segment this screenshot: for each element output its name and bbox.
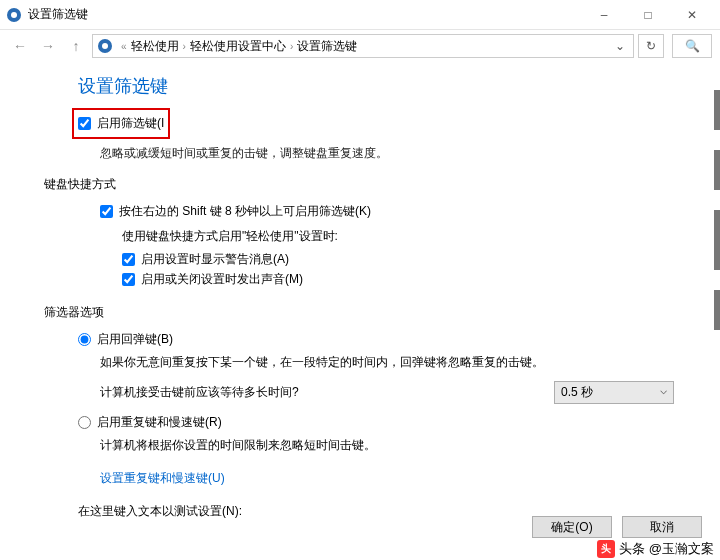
close-button[interactable]: ✕ (670, 1, 714, 29)
slow-keys-settings-link[interactable]: 设置重复键和慢速键(U) (100, 470, 225, 487)
chevron-icon: › (183, 41, 186, 52)
svg-point-3 (102, 43, 108, 49)
cancel-button[interactable]: 取消 (622, 516, 702, 538)
breadcrumb[interactable]: « 轻松使用 › 轻松使用设置中心 › 设置筛选键 ⌄ (92, 34, 634, 58)
forward-icon[interactable]: → (36, 34, 60, 58)
enable-desc: 忽略或减缓短时间或重复的击键，调整键盘重复速度。 (100, 145, 694, 162)
nav-row: ← → ↑ « 轻松使用 › 轻松使用设置中心 › 设置筛选键 ⌄ ↻ 🔍 (0, 30, 720, 62)
maximize-button[interactable]: □ (626, 1, 670, 29)
search-button[interactable]: 🔍 (672, 34, 712, 58)
options-section-title: 筛选器选项 (44, 304, 694, 321)
content-area: 设置筛选键 启用筛选键(I 忽略或减缓短时间或重复的击键，调整键盘重复速度。 键… (0, 62, 720, 520)
when-using-label: 使用键盘快捷方式启用"轻松使用"设置时: (122, 228, 694, 245)
play-sound-checkbox[interactable] (122, 273, 135, 286)
shortcut-section-title: 键盘快捷方式 (44, 176, 694, 193)
up-icon[interactable]: ↑ (64, 34, 88, 58)
slow-keys-desc: 计算机将根据你设置的时间限制来忽略短时间击键。 (100, 437, 694, 454)
window-title: 设置筛选键 (28, 6, 582, 23)
watermark-logo-icon: 头 (597, 540, 615, 558)
wait-time-label: 计算机接受击键前应该等待多长时间? (100, 384, 299, 401)
wait-time-select[interactable]: 0.5 秒 (554, 381, 674, 404)
dropdown-icon[interactable]: ⌄ (611, 39, 629, 53)
slow-keys-label: 启用重复键和慢速键(R) (97, 414, 222, 431)
wait-time-row: 计算机接受击键前应该等待多长时间? 0.5 秒 (100, 381, 694, 404)
side-fragments (714, 90, 720, 450)
app-icon (6, 7, 22, 23)
play-sound-label: 启用或关闭设置时发出声音(M) (141, 271, 303, 288)
show-warning-checkbox[interactable] (122, 253, 135, 266)
enable-filterkeys-checkbox[interactable] (78, 117, 91, 130)
hold-shift-checkbox[interactable] (100, 205, 113, 218)
minimize-button[interactable]: – (582, 1, 626, 29)
button-bar: 确定(O) 取消 (532, 516, 702, 538)
chevron-icon: « (121, 41, 127, 52)
hold-shift-label: 按住右边的 Shift 键 8 秒钟以上可启用筛选键(K) (119, 203, 371, 220)
watermark-author: @玉瀚文案 (649, 540, 714, 558)
bounce-keys-label: 启用回弹键(B) (97, 331, 173, 348)
watermark: 头 头条 @玉瀚文案 (597, 540, 714, 558)
crumb-2[interactable]: 轻松使用设置中心 (190, 38, 286, 55)
crumb-1[interactable]: 轻松使用 (131, 38, 179, 55)
watermark-prefix: 头条 (619, 540, 645, 558)
window-buttons: – □ ✕ (582, 1, 714, 29)
enable-filterkeys-label: 启用筛选键(I (97, 115, 164, 132)
highlight-box: 启用筛选键(I (72, 108, 170, 139)
bounce-keys-desc: 如果你无意间重复按下某一个键，在一段特定的时间内，回弹键将忽略重复的击键。 (100, 354, 694, 371)
page-title: 设置筛选键 (78, 74, 694, 98)
svg-point-1 (11, 12, 17, 18)
show-warning-label: 启用设置时显示警告消息(A) (141, 251, 289, 268)
crumb-3[interactable]: 设置筛选键 (297, 38, 357, 55)
refresh-button[interactable]: ↻ (638, 34, 664, 58)
titlebar: 设置筛选键 – □ ✕ (0, 0, 720, 30)
slow-keys-radio[interactable] (78, 416, 91, 429)
bounce-keys-radio[interactable] (78, 333, 91, 346)
back-icon[interactable]: ← (8, 34, 32, 58)
chevron-icon: › (290, 41, 293, 52)
breadcrumb-icon (97, 38, 113, 54)
ok-button[interactable]: 确定(O) (532, 516, 612, 538)
